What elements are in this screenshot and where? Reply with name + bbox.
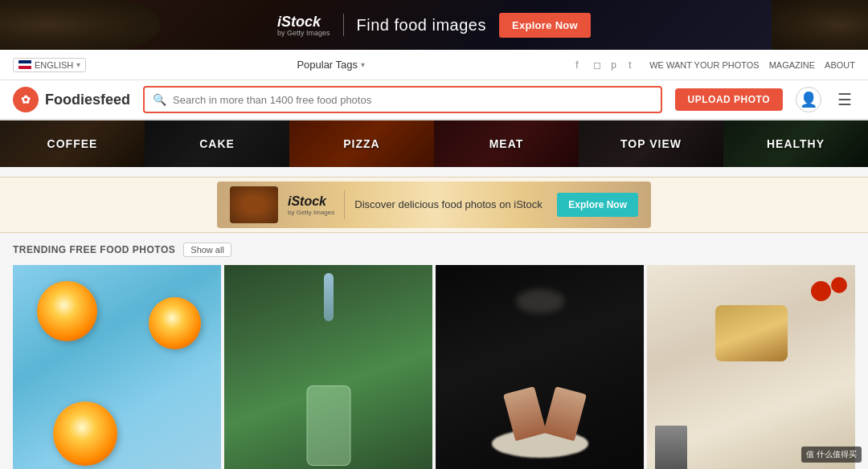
photo-baking[interactable] [436,265,644,469]
pinterest-icon[interactable]: p [611,59,622,71]
istock-bygetty-text: by Getty Images [288,209,334,216]
chevron-down-icon: ▾ [76,60,80,69]
search-bar: 🔍 [143,86,662,113]
upload-button[interactable]: UPLOAD PHOTO [675,88,783,111]
orange-slice-2 [149,297,201,349]
category-topview-label: TOP VIEW [579,120,723,167]
facebook-icon[interactable]: f [575,59,587,71]
hamburger-menu-icon[interactable]: ☰ [834,87,855,112]
hand-right [543,386,587,441]
category-healthy[interactable]: HEALTHY [723,120,868,167]
banner-cta-button[interactable]: Explore Now [499,13,591,38]
user-avatar[interactable]: 👤 [796,87,821,112]
category-pizza[interactable]: PIZZA [289,120,434,167]
banner-tagline: Find food images [357,16,486,35]
popular-tags[interactable]: Popular Tags ▾ [297,59,365,71]
photo-spread[interactable] [647,265,855,469]
logo-area: ✿ Foodiesfeed [13,87,130,112]
orange-slice-3 [53,402,117,466]
tomato-icon-2 [831,277,847,293]
language-selector[interactable]: ENGLISH ▾ [13,58,86,72]
burger-base [715,305,788,361]
nav-left: ENGLISH ▾ [13,58,86,72]
search-input[interactable] [173,94,653,106]
drink-glass [306,385,350,466]
category-topview[interactable]: TOP VIEW [579,120,723,167]
watermark: 值 什么值得买 [801,447,862,463]
istock-banner-inner: iStock by Getty Images Discover deliciou… [217,181,651,228]
flag-icon [18,60,31,69]
search-icon: 🔍 [153,93,166,106]
istock-logo-text: iStock [288,194,326,209]
tomato-icon [811,281,831,301]
banner-cookies-left [0,0,161,50]
drink-pour [324,273,334,321]
orange-slice-1 [37,281,97,341]
banner-separator [344,190,345,219]
trending-header: TRENDING FREE FOOD PHOTOS Show all [13,243,855,257]
category-cake[interactable]: CAKE [145,120,289,167]
category-coffee-label: COFFEE [0,120,145,167]
photo-grid [13,265,855,469]
istock-logo-banner: iStock by Getty Images [288,194,334,216]
istock-banner[interactable]: iStock by Getty Images Discover deliciou… [0,177,868,233]
show-all-button[interactable]: Show all [183,243,231,257]
popular-tags-label: Popular Tags [297,59,358,71]
banner-cookies-right [772,0,868,50]
nav-link-photos[interactable]: WE WANT YOUR PHOTOS [649,60,760,70]
nav-bar: ENGLISH ▾ Popular Tags ▾ f ◻ p t WE WANT… [0,50,868,80]
photo-drink[interactable] [224,265,432,469]
twitter-icon[interactable]: t [628,59,640,71]
knife [655,426,687,469]
istock-logo: iStock by Getty Images [277,14,330,37]
category-meat-label: MEAT [434,120,579,167]
nav-link-magazine[interactable]: MAGAZINE [769,60,815,70]
social-icons: f ◻ p t [575,59,640,71]
top-banner: iStock by Getty Images Find food images … [0,0,868,50]
nav-link-about[interactable]: ABOUT [825,60,855,70]
category-cake-label: CAKE [145,120,289,167]
trending-title: TRENDING FREE FOOD PHOTOS [13,244,175,255]
banner-food-image [230,186,278,223]
category-meat[interactable]: MEAT [434,120,579,167]
language-label: ENGLISH [35,60,73,70]
istock-explore-button[interactable]: Explore Now [557,193,638,217]
photo-oranges[interactable] [13,265,221,469]
trending-section: TRENDING FREE FOOD PHOTOS Show all [0,233,868,469]
logo-text[interactable]: Foodiesfeed [45,92,130,108]
category-grid: COFFEE CAKE PIZZA MEAT TOP VIEW HEALTHY [0,120,868,167]
logo-icon: ✿ [13,87,39,112]
flour-dust [516,289,564,313]
banner-divider [343,14,344,36]
site-header: ✿ Foodiesfeed 🔍 UPLOAD PHOTO 👤 ☰ [0,80,868,120]
instagram-icon[interactable]: ◻ [593,59,604,71]
category-healthy-label: HEALTHY [723,120,868,167]
chevron-down-icon: ▾ [361,60,365,69]
nav-right: f ◻ p t WE WANT YOUR PHOTOS MAGAZINE ABO… [575,59,855,71]
category-coffee[interactable]: COFFEE [0,120,145,167]
istock-banner-tagline: Discover delicious food photos on iStock [354,198,547,212]
banner-content: iStock by Getty Images Find food images … [277,13,591,38]
category-pizza-label: PIZZA [289,120,434,167]
